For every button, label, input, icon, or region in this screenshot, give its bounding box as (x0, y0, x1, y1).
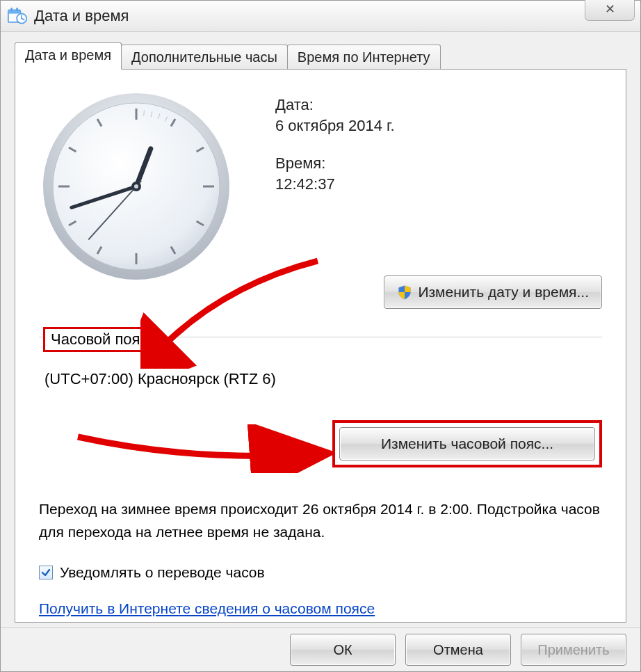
apply-button[interactable]: Применить (521, 634, 626, 666)
date-time-dialog: Дата и время ✕ Дата и время Дополнительн… (0, 0, 641, 672)
tab-internet-time[interactable]: Время по Интернету (287, 45, 441, 70)
svg-point-27 (134, 184, 138, 189)
change-timezone-button[interactable]: Изменить часовой пояс... (339, 427, 595, 461)
timezone-group: Часовой пояс (UTC+07:00) Красноярск (RTZ… (39, 327, 602, 467)
time-label: Время: (275, 154, 395, 173)
content: Дата и время Дополнительные часы Время п… (15, 42, 626, 623)
notify-dst-label: Уведомлять о переводе часов (60, 564, 265, 581)
date-value: 6 октября 2014 г. (275, 117, 395, 135)
window-title: Дата и время (34, 7, 129, 25)
tab-date-time[interactable]: Дата и время (15, 42, 122, 70)
annotation-highlight-tz-button: Изменить часовой пояс... (332, 420, 602, 467)
timezone-group-title: Часовой пояс (43, 327, 156, 352)
close-button[interactable]: ✕ (585, 0, 635, 21)
ok-button[interactable]: ОК (290, 634, 396, 666)
svg-rect-2 (10, 8, 13, 11)
tab-strip: Дата и время Дополнительные часы Время п… (15, 42, 626, 69)
date-label: Дата: (275, 96, 395, 114)
tab-panel-date-time: Дата: 6 октября 2014 г. Время: 12:42:37 (15, 69, 626, 623)
svg-rect-3 (16, 8, 18, 11)
change-date-time-label: Изменить дату и время... (418, 284, 589, 301)
analog-clock (39, 89, 234, 284)
link-timezone-online-info[interactable]: Получить в Интернете сведения о часовом … (39, 600, 602, 617)
change-timezone-label: Изменить часовой пояс... (381, 435, 553, 452)
timezone-value: (UTC+07:00) Красноярск (RTZ 6) (44, 370, 602, 388)
change-date-time-button[interactable]: Изменить дату и время... (384, 275, 602, 309)
time-value: 12:42:37 (275, 175, 395, 193)
svg-rect-1 (8, 10, 21, 13)
notify-dst-checkbox[interactable] (39, 566, 53, 579)
dialog-footer: ОК Отмена Применить (1, 627, 640, 671)
date-time-info: Дата: 6 октября 2014 г. Время: 12:42:37 (275, 96, 395, 284)
dst-info-text: Переход на зимнее время происходит 26 ок… (39, 498, 602, 543)
cancel-button[interactable]: Отмена (405, 634, 511, 666)
titlebar: Дата и время ✕ (1, 1, 640, 32)
date-time-icon (8, 7, 27, 25)
uac-shield-icon (397, 285, 412, 300)
tab-additional-clocks[interactable]: Дополнительные часы (121, 45, 288, 70)
close-icon: ✕ (605, 2, 615, 16)
